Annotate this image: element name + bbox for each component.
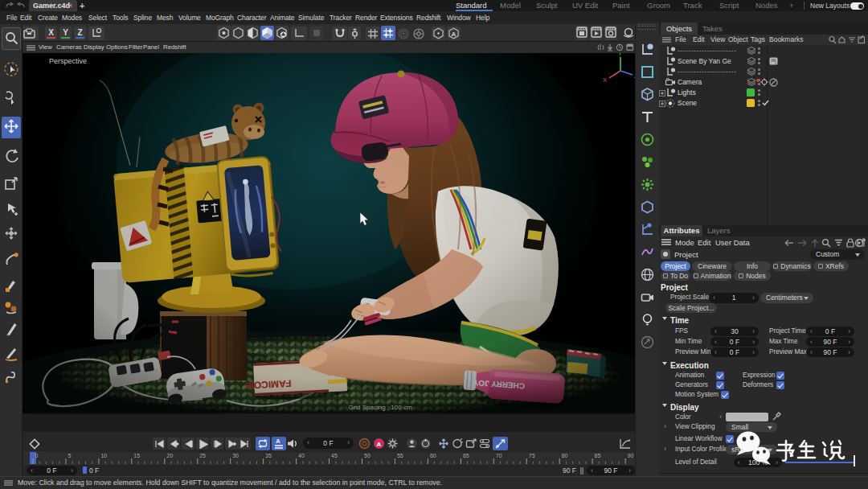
svg-text:0: 0 (35, 453, 39, 458)
svg-text:20: 20 (166, 453, 173, 458)
svg-text:90: 90 (628, 453, 634, 458)
svg-text:35: 35 (265, 453, 272, 458)
svg-text:70: 70 (496, 453, 502, 458)
svg-text:15: 15 (133, 453, 140, 458)
svg-text:Y: Y (618, 53, 622, 57)
svg-text:A: A (377, 441, 382, 448)
svg-text:60: 60 (430, 453, 436, 458)
svg-text:25: 25 (199, 453, 206, 458)
svg-text:50: 50 (364, 453, 371, 458)
svg-text:Perspective: Perspective (49, 57, 87, 65)
svg-text:55: 55 (397, 453, 403, 458)
svg-text:65: 65 (463, 453, 469, 458)
svg-text:85: 85 (595, 453, 601, 458)
svg-text:80: 80 (562, 453, 568, 458)
svg-text:X: X (603, 76, 607, 84)
svg-text:30: 30 (232, 453, 239, 458)
svg-text:45: 45 (331, 453, 338, 458)
svg-text:75: 75 (529, 453, 535, 458)
svg-text:A: A (452, 31, 457, 38)
svg-text:40: 40 (298, 453, 305, 458)
svg-text:5: 5 (68, 453, 71, 458)
svg-text:10: 10 (100, 453, 107, 458)
svg-text:Grid Spacing : 100 cm: Grid Spacing : 100 cm (348, 404, 411, 411)
